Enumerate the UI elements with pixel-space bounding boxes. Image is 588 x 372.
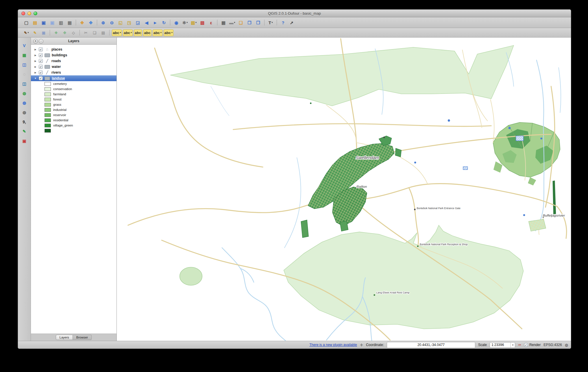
move-feature-icon[interactable]: ✥	[61, 30, 69, 36]
remove-layer-icon[interactable]: ▣	[21, 137, 28, 144]
dropdown-arrow-icon[interactable]: ▾	[28, 31, 29, 34]
select-by-expression-icon[interactable]: ε	[207, 19, 215, 26]
copy-features-icon[interactable]: ❏	[91, 30, 98, 36]
dropdown-arrow-icon[interactable]: ▾	[187, 21, 188, 24]
node-tool-icon[interactable]: ◇	[70, 30, 77, 36]
close-button[interactable]	[21, 12, 25, 15]
add-wcs-layer-icon[interactable]: ◍	[21, 99, 28, 106]
add-spatialite-layer-icon[interactable]: ◌	[21, 71, 28, 78]
cut-features-icon[interactable]: ✂	[82, 30, 90, 36]
rotate-label-icon[interactable]: abc▾	[153, 29, 162, 36]
dropdown-arrow-icon[interactable]: ▾	[131, 31, 132, 34]
new-print-composer-icon[interactable]: ▥	[57, 19, 65, 26]
layer-item-buildings[interactable]: ▶✓buildings	[31, 52, 117, 58]
dropdown-arrow-icon[interactable]: ▾	[160, 31, 162, 34]
zoom-to-selection-icon[interactable]: ◳	[125, 19, 133, 26]
help-icon[interactable]: ?	[279, 19, 287, 26]
pan-to-selection-icon[interactable]: ✥	[87, 19, 95, 26]
render-paint-icon[interactable]: ✑	[518, 343, 521, 347]
layer-item-roads[interactable]: ▶✓╱roads	[31, 58, 117, 64]
text-annotation-icon[interactable]: T▾	[267, 19, 274, 26]
refresh-map-icon[interactable]: ↻	[160, 19, 168, 26]
add-wms-layer-icon[interactable]: ◍	[21, 90, 28, 97]
layer-visibility-checkbox[interactable]: ✓	[39, 70, 43, 75]
legend-item-forest[interactable]: forest	[31, 97, 117, 102]
new-shapefile-layer-icon[interactable]: ✎	[21, 128, 28, 135]
legend-item-conservation[interactable]: conservation	[31, 86, 117, 92]
add-postgis-layer-icon[interactable]: ◫	[21, 61, 28, 68]
expander-icon[interactable]: ▶	[34, 66, 37, 68]
expander-icon[interactable]: ▶	[34, 60, 37, 62]
expander-icon[interactable]: ▶	[34, 48, 37, 51]
change-label-icon[interactable]: abc▾	[164, 29, 173, 36]
zoom-last-icon[interactable]: ◀	[143, 19, 150, 26]
zoom-full-extent-icon[interactable]: ◱	[117, 19, 124, 26]
dropdown-arrow-icon[interactable]: ▾	[171, 31, 173, 34]
layer-visibility-checkbox[interactable]: ✓	[39, 65, 43, 69]
plugin-icon[interactable]: ✛	[360, 343, 363, 347]
tab-browser[interactable]: Browser	[73, 335, 92, 340]
run-feature-action-icon[interactable]: ✱▾	[181, 19, 189, 26]
scale-input[interactable]	[490, 343, 511, 347]
map-tips-icon[interactable]: ❑	[237, 19, 245, 26]
expander-icon[interactable]: ▼	[34, 77, 37, 80]
add-wfs-layer-icon[interactable]: ◍	[21, 109, 28, 116]
float-panel-icon[interactable]: ◦	[39, 39, 43, 44]
dropdown-arrow-icon[interactable]: ▾	[234, 21, 235, 24]
titlebar[interactable]: QGIS 2.0.1-Dufour - basic_map	[18, 10, 571, 17]
save-layer-edits-icon[interactable]: ▣	[40, 30, 47, 36]
expander-icon[interactable]: ▶	[34, 54, 37, 57]
current-edits-icon[interactable]: ✎▾	[23, 30, 30, 36]
labeling-options-icon[interactable]: abc▾	[112, 29, 122, 36]
zoom-button[interactable]	[34, 12, 37, 15]
zoom-next-icon[interactable]: ►	[151, 19, 159, 26]
add-mssql-layer-icon[interactable]: ◫	[21, 80, 28, 87]
crs-status-icon[interactable]: ◍	[565, 343, 568, 347]
layer-visibility-checkbox[interactable]: ✓	[39, 53, 43, 57]
scale-combo[interactable]: ▾	[490, 342, 515, 348]
move-label-icon[interactable]: abc	[143, 29, 151, 36]
deselect-features-icon[interactable]: ▧	[199, 19, 206, 26]
show-bookmarks-icon[interactable]: ❐	[254, 19, 262, 26]
highlight-pinned-labels-icon[interactable]: abc	[134, 29, 142, 36]
layer-visibility-checkbox[interactable]: ✓	[39, 59, 43, 63]
toggle-editing-icon[interactable]: ✎	[31, 30, 39, 36]
open-attribute-table-icon[interactable]: ▦	[220, 19, 227, 26]
tab-layers[interactable]: Layers	[56, 335, 73, 340]
add-feature-icon[interactable]: ❖	[52, 30, 60, 36]
layer-item-places[interactable]: ▶✓∴places	[31, 46, 117, 52]
map-svg[interactable]: SwellendamRailtonBontebok National Park …	[117, 38, 571, 341]
layer-item-landuse[interactable]: ▼✓landuse	[31, 75, 117, 81]
add-raster-layer-icon[interactable]: ▦	[21, 52, 28, 59]
legend-item-farmland[interactable]: farmland	[31, 92, 117, 97]
legend-item-reservoir[interactable]: reservoir	[31, 112, 117, 118]
zoom-to-layer-icon[interactable]: ◲	[134, 19, 142, 26]
layer-visibility-checkbox[interactable]: ✓	[39, 76, 43, 80]
whats-this-icon[interactable]: ➚	[288, 19, 295, 26]
legend-item-village_green[interactable]: village_green	[31, 123, 117, 128]
minimize-button[interactable]	[27, 12, 31, 15]
close-panel-icon[interactable]: ×	[33, 39, 38, 44]
legend-item-residential[interactable]: residential	[31, 118, 117, 123]
save-project-as-icon[interactable]: ▣	[49, 19, 56, 26]
identify-features-icon[interactable]: ◉	[173, 19, 180, 26]
open-project-icon[interactable]: ▤	[31, 19, 39, 26]
legend-item-industrial[interactable]: industrial	[31, 107, 117, 112]
legend-item-grass[interactable]: grass	[31, 102, 117, 107]
dropdown-arrow-icon[interactable]: ▾	[120, 31, 121, 34]
dropdown-arrow-icon[interactable]: ▾	[195, 21, 197, 24]
coordinate-input[interactable]	[387, 342, 475, 348]
legend-item-cemetery[interactable]: cemetery	[31, 81, 117, 86]
plugin-available-link[interactable]: There is a new plugin available	[309, 343, 357, 347]
composer-manager-icon[interactable]: ▦	[66, 19, 73, 26]
zoom-out-icon[interactable]: ⊖	[108, 19, 116, 26]
zoom-in-icon[interactable]: ⊕	[99, 19, 107, 26]
save-project-icon[interactable]: ▣	[40, 19, 47, 26]
measure-icon[interactable]: ▬▾	[228, 19, 236, 26]
paste-features-icon[interactable]: ▤	[99, 30, 107, 36]
pin-labels-icon[interactable]: abc▾	[123, 29, 133, 36]
panel-header[interactable]: × ◦ Layers	[31, 38, 117, 45]
layer-item-water[interactable]: ▶✓water	[31, 64, 117, 70]
add-delimited-text-layer-icon[interactable]: 9,	[21, 118, 28, 125]
expander-icon[interactable]: ▶	[34, 71, 37, 74]
